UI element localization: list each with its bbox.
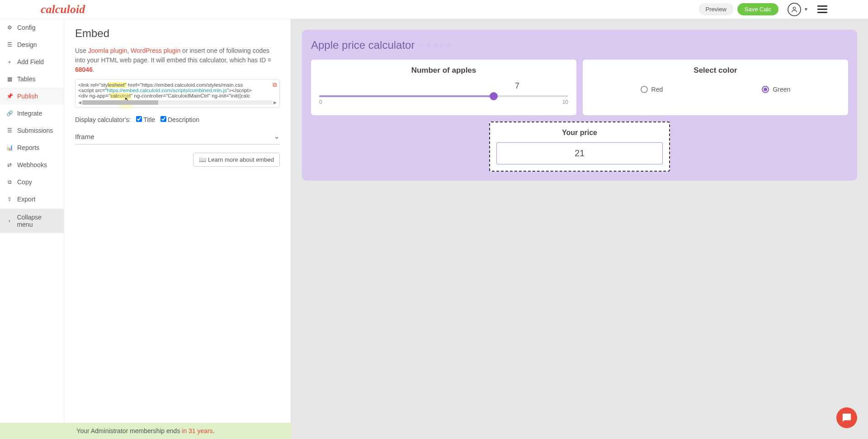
sidebar-label: Integrate [17,110,42,117]
sidebar-label: Tables [17,75,35,83]
sidebar-label: Add Field [17,58,44,65]
sidebar-item-tables[interactable]: ▦Tables [0,70,64,88]
color-card: Select color Red Green [583,60,848,115]
joomla-link[interactable]: Joomla plugin [88,47,127,54]
display-label: Display calculator's: [75,116,131,123]
membership-footer: Your Administrator membership ends in 31… [0,423,291,439]
radio-icon [641,86,648,93]
menu-button[interactable] [817,5,827,13]
calculator-preview: Apple price calculator ☆☆☆☆☆ Number of a… [291,19,868,439]
calculator-id: 68046 [75,66,93,73]
apples-label: Number of apples [319,66,568,75]
sidebar-collapse[interactable]: ‹Collapse menu [0,209,64,233]
chevron-left-icon: ‹ [6,218,12,224]
apples-value: 7 [319,81,568,91]
plus-icon: ＋ [6,59,13,65]
title-checkbox-label: Title [143,116,155,123]
sidebar-label: Design [17,41,37,48]
table-icon: ▦ [6,76,13,82]
sidebar-item-webhooks[interactable]: ⇄Webhooks [0,156,64,173]
sidebar-item-config[interactable]: ⚙Config [0,19,64,36]
sidebar-label: Reports [17,144,39,151]
title-checkbox[interactable] [136,116,142,122]
sidebar-item-copy[interactable]: ⧉Copy [0,173,64,191]
radio-green-label: Green [773,86,790,93]
embed-code-content: <link rel="stylesheet" href="https://emb… [78,82,277,98]
pin-icon: 📌 [6,93,13,99]
slider-min: 0 [319,99,322,105]
user-icon [791,6,798,13]
copy-icon: ⧉ [6,179,13,185]
save-calc-button[interactable]: Save Calc [737,3,778,15]
export-icon: ⇪ [6,196,13,202]
sidebar-item-submissions[interactable]: ☰Submissions [0,122,64,139]
slider-thumb[interactable] [490,92,498,100]
apples-card: Number of apples 7 0 10 [311,60,576,115]
user-dropdown-caret[interactable]: ▼ [804,7,808,12]
sidebar-item-add-field[interactable]: ＋Add Field [0,53,64,70]
sidebar-item-reports[interactable]: 📊Reports [0,139,64,156]
sidebar-label: Webhooks [17,161,47,168]
sidebar-label: Publish [17,93,38,100]
chevron-down-icon: ⌄ [274,132,280,140]
color-label: Select color [591,66,840,75]
sidebar-item-export[interactable]: ⇪Export [0,191,64,208]
user-avatar[interactable] [788,3,801,16]
description-checkbox[interactable] [160,116,166,122]
slider-max: 10 [562,99,568,105]
price-label: Your price [496,129,663,137]
svg-point-0 [793,7,795,9]
sidebar-label: Copy [17,178,32,186]
iframe-label: Iframe [75,133,94,140]
sidebar: ⚙Config ☰Design ＋Add Field ▦Tables 📌Publ… [0,19,64,439]
sliders-icon: ☰ [6,42,13,48]
radio-red[interactable]: Red [641,86,663,93]
book-icon: 📖 [199,156,206,163]
chat-button[interactable] [836,407,857,428]
calculator-title: Apple price calculator [311,39,415,51]
price-card[interactable]: Your price 21 [489,121,670,172]
radio-red-label: Red [651,86,663,93]
code-scrollbar[interactable]: ◀ ▶ [78,100,277,105]
embed-title: Embed [75,27,280,40]
preview-button[interactable]: Preview [698,3,734,15]
wordpress-link[interactable]: WordPress plugin [131,47,180,54]
sidebar-item-design[interactable]: ☰Design [0,36,64,53]
radio-green[interactable]: Green [762,86,790,93]
sidebar-item-publish[interactable]: 📌Publish [0,88,64,105]
price-value: 21 [496,142,663,164]
radio-icon [762,86,769,93]
iframe-accordion[interactable]: Iframe ⌄ [75,132,280,145]
learn-more-button[interactable]: 📖 Learn more about embed [193,153,280,167]
sidebar-label: Submissions [17,127,53,134]
connect-icon: ⇄ [6,162,13,168]
apples-slider[interactable] [319,95,568,97]
copy-code-icon[interactable]: ⧉ [273,81,277,89]
display-options: Display calculator's: Title Description [75,116,280,123]
sidebar-item-integrate[interactable]: 🔗Integrate [0,105,64,122]
sidebar-label: Collapse menu [17,214,57,228]
gear-icon: ⚙ [6,24,13,31]
embed-description: Use Joomla plugin, WordPress plugin or i… [75,46,280,75]
embed-panel: Embed Use Joomla plugin, WordPress plugi… [64,19,291,439]
logo[interactable]: calculoid [41,3,85,16]
rating-stars[interactable]: ☆☆☆☆☆ [419,42,453,49]
sidebar-label: Export [17,196,35,203]
embed-code-box[interactable]: ⧉ <link rel="stylesheet" href="https://e… [75,79,280,108]
description-checkbox-label: Description [168,116,199,123]
list-icon: ☰ [6,127,13,134]
link-icon: 🔗 [6,110,13,117]
chat-icon [842,413,852,423]
chart-icon: 📊 [6,145,13,151]
sidebar-label: Config [17,24,35,31]
